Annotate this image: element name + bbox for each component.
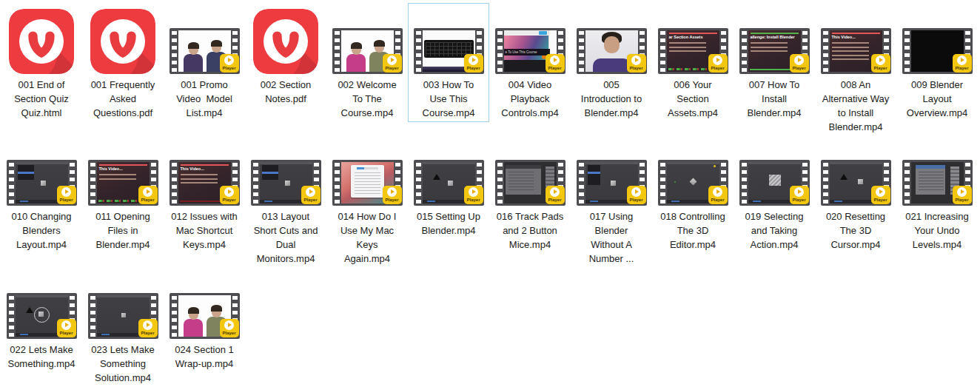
vivaldi-icon	[253, 9, 318, 74]
file-name: 007 How To Install Blender.mp4	[740, 78, 808, 120]
file-item[interactable]: This Video...Player011 Opening Files in …	[82, 155, 164, 254]
player-badge-label: Player	[792, 65, 805, 71]
file-item[interactable]: Player013 Layout Short Cuts and Dual Mon…	[245, 155, 326, 268]
file-icon-area: This Video...Player	[87, 158, 158, 206]
play-icon	[61, 187, 71, 197]
play-icon	[957, 55, 967, 65]
video-thumbnail: Player	[495, 160, 565, 206]
file-name: 002 Welcome To The Course.mp4	[333, 78, 401, 120]
video-thumbnail: Player	[7, 293, 77, 339]
file-item[interactable]: Player010 Changing Blenders Layout.mp4	[1, 155, 82, 254]
file-icon-area: Player	[902, 158, 973, 206]
file-icon-area: Player	[169, 292, 240, 339]
video-thumbnail: Player	[170, 28, 240, 74]
play-icon	[224, 55, 234, 65]
file-item[interactable]: Player017 Using Blender Without A Number…	[571, 155, 652, 268]
file-item[interactable]: Player003 How To Use This Course.mp4	[408, 3, 489, 122]
file-item[interactable]: 001 End of Section Quiz Quiz.html	[1, 3, 82, 122]
file-item[interactable]: Player021 Increasing Your Undo Levels.mp…	[896, 155, 978, 254]
play-icon	[631, 187, 641, 197]
file-item[interactable]: Player001 Promo Video Model List.mp4	[164, 3, 245, 122]
video-thumbnail: ar Section AssetsPlayer	[658, 28, 728, 74]
file-item[interactable]: This Video...Player008 An Alternative Wa…	[815, 3, 896, 136]
file-name: 001 Frequently Asked Questions.pdf	[89, 78, 157, 120]
player-badge: Player	[57, 186, 76, 204]
player-badge: Player	[464, 54, 483, 73]
play-icon	[306, 187, 315, 197]
play-icon	[631, 55, 641, 65]
play-icon	[876, 187, 885, 197]
play-icon	[387, 55, 397, 65]
player-badge: Player	[627, 186, 646, 204]
file-item[interactable]: Player002 Welcome To The Course.mp4	[326, 3, 408, 122]
file-icon-area	[87, 6, 158, 74]
player-badge: Player	[627, 54, 646, 73]
file-name: 020 Resetting The 3D Cursor.mp4	[822, 209, 890, 252]
player-badge: Player	[546, 54, 565, 73]
player-badge: Player	[383, 54, 402, 73]
player-badge-label: Player	[59, 330, 73, 336]
player-badge-label: Player	[792, 197, 805, 203]
player-badge-label: Player	[466, 197, 480, 203]
file-name: 006 Your Section Assets.mp4	[659, 78, 727, 120]
player-badge: Player	[383, 186, 402, 204]
player-badge-label: Player	[873, 65, 887, 71]
file-item[interactable]: Player015 Setting Up Blender.mp4	[408, 155, 489, 240]
file-item[interactable]: ar Section AssetsPlayer006 Your Section …	[652, 3, 734, 122]
file-item[interactable]: Player016 Track Pads and 2 Button Mice.m…	[489, 155, 571, 254]
video-thumbnail: Player	[902, 28, 973, 74]
file-name: 016 Track Pads and 2 Button Mice.mp4	[496, 209, 564, 252]
file-icon-area: Player	[250, 158, 321, 206]
file-icon-area	[250, 6, 321, 74]
file-item[interactable]: Player024 Section 1 Wrap-up.mp4	[164, 289, 245, 373]
player-badge: Player	[301, 186, 320, 204]
file-item[interactable]: Player022 Lets Make Something.mp4	[1, 289, 82, 373]
file-item[interactable]: Player009 Blender Layout Overview.mp4	[896, 3, 978, 122]
play-icon	[794, 55, 804, 65]
file-item[interactable]: 001 Frequently Asked Questions.pdf	[82, 3, 164, 122]
thumb-title: This Video...	[832, 35, 856, 40]
player-badge: Player	[138, 319, 158, 337]
file-item[interactable]: Player005 Introduction to Blender.mp4	[571, 3, 652, 122]
file-item[interactable]: Player019 Selecting and Taking Action.mp…	[734, 155, 815, 254]
file-icon-area: ar Section AssetsPlayer	[657, 6, 728, 74]
video-thumbnail: Player	[332, 160, 403, 206]
file-name: 002 Section Notes.pdf	[252, 78, 320, 106]
video-thumbnail: Player	[414, 160, 484, 206]
play-icon	[957, 187, 967, 197]
file-item[interactable]: Player020 Resetting The 3D Cursor.mp4	[815, 155, 896, 254]
file-icon-area: Player	[576, 158, 647, 206]
play-icon	[387, 187, 397, 197]
file-icon-area: Player	[657, 158, 728, 206]
video-thumbnail: Player	[902, 160, 973, 206]
play-icon	[876, 55, 885, 65]
file-item[interactable]: Player014 How Do I Use My Mac Keys Again…	[326, 155, 408, 268]
video-thumbnail: Player	[577, 160, 647, 206]
player-badge-label: Player	[711, 197, 724, 203]
file-item[interactable]: Player018 Controlling The 3D Editor.mp4	[652, 155, 734, 254]
player-badge: Player	[220, 319, 239, 337]
play-icon	[713, 187, 722, 197]
file-icon-area: This Video...Player	[169, 158, 240, 206]
player-badge: Player	[464, 186, 483, 204]
player-badge: Player	[57, 319, 76, 337]
player-badge: Player	[871, 54, 890, 73]
player-badge-label: Player	[711, 65, 724, 71]
player-badge: Player	[790, 186, 809, 204]
file-item[interactable]: Player023 Lets Make Something Solution.m…	[82, 289, 164, 387]
file-icon-area: This Video...Player	[820, 6, 891, 74]
file-item[interactable]: 002 Section Notes.pdf	[245, 3, 326, 108]
file-icon-area: Player	[87, 292, 158, 339]
file-name: 004 Video Playback Controls.mp4	[496, 78, 564, 120]
player-badge-label: Player	[141, 330, 154, 336]
player-badge: Player	[790, 54, 809, 73]
file-item[interactable]: This Video...Player012 Issues with Mac S…	[164, 155, 245, 254]
file-item[interactable]: e To Use This CoursePlayer004 Video Play…	[489, 3, 571, 122]
file-name: 024 Section 1 Wrap-up.mp4	[170, 343, 238, 371]
file-name: 022 Lets Make Something.mp4	[7, 343, 75, 371]
file-name: 021 Increasing Your Undo Levels.mp4	[903, 209, 971, 252]
player-badge-label: Player	[141, 197, 154, 203]
file-item[interactable]: allenge: Install BlenderPlayer007 How To…	[734, 3, 815, 122]
player-badge: Player	[220, 186, 239, 204]
play-icon	[794, 187, 804, 197]
